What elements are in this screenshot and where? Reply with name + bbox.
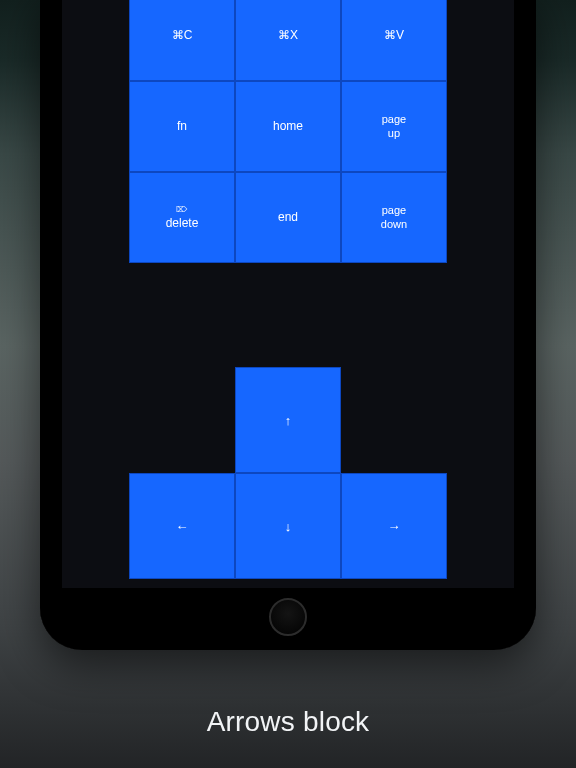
key-arrow-right[interactable]: → bbox=[341, 473, 447, 579]
key-label: fn bbox=[177, 119, 187, 133]
key-label-stack: ⌦ delete bbox=[166, 205, 199, 230]
key-forward-delete[interactable]: ⌦ delete bbox=[129, 172, 235, 263]
key-arrow-down[interactable]: ↓ bbox=[235, 473, 341, 579]
arrow-right-icon: → bbox=[388, 519, 401, 534]
key-arrow-left[interactable]: ← bbox=[129, 473, 235, 579]
key-label: home bbox=[273, 119, 303, 133]
forward-delete-icon: ⌦ bbox=[176, 205, 187, 215]
bezel bbox=[40, 0, 62, 650]
arrow-key-group: ↑ ← ↓ → bbox=[129, 367, 447, 579]
function-key-grid: ⌘C ⌘X ⌘V fn home page up ⌦ delete end pa… bbox=[129, 0, 447, 263]
key-page-up[interactable]: page up bbox=[341, 81, 447, 172]
bezel bbox=[514, 0, 536, 650]
key-cmd-c[interactable]: ⌘C bbox=[129, 0, 235, 81]
key-page-down[interactable]: page down bbox=[341, 172, 447, 263]
key-label: page up bbox=[382, 113, 406, 139]
key-label: page down bbox=[381, 204, 407, 230]
tablet-frame: ⌘C ⌘X ⌘V fn home page up ⌦ delete end pa… bbox=[40, 0, 536, 650]
tablet-screen: ⌘C ⌘X ⌘V fn home page up ⌦ delete end pa… bbox=[62, 0, 514, 588]
arrow-down-icon: ↓ bbox=[285, 519, 292, 534]
arrow-row-top: ↑ bbox=[129, 367, 447, 473]
key-cmd-v[interactable]: ⌘V bbox=[341, 0, 447, 81]
key-label: ⌘C bbox=[172, 28, 193, 42]
promo-caption: Arrows block bbox=[0, 706, 576, 738]
arrow-left-icon: ← bbox=[176, 519, 189, 534]
key-end[interactable]: end bbox=[235, 172, 341, 263]
arrow-up-icon: ↑ bbox=[285, 413, 292, 428]
key-label: ⌘X bbox=[278, 28, 298, 42]
key-home[interactable]: home bbox=[235, 81, 341, 172]
promo-background: ⌘C ⌘X ⌘V fn home page up ⌦ delete end pa… bbox=[0, 0, 576, 768]
key-label: delete bbox=[166, 216, 199, 230]
key-arrow-up[interactable]: ↑ bbox=[235, 367, 341, 473]
arrow-row-bottom: ← ↓ → bbox=[129, 473, 447, 579]
key-label: end bbox=[278, 210, 298, 224]
key-label: ⌘V bbox=[384, 28, 404, 42]
key-cmd-x[interactable]: ⌘X bbox=[235, 0, 341, 81]
home-button[interactable] bbox=[269, 598, 307, 636]
key-fn[interactable]: fn bbox=[129, 81, 235, 172]
